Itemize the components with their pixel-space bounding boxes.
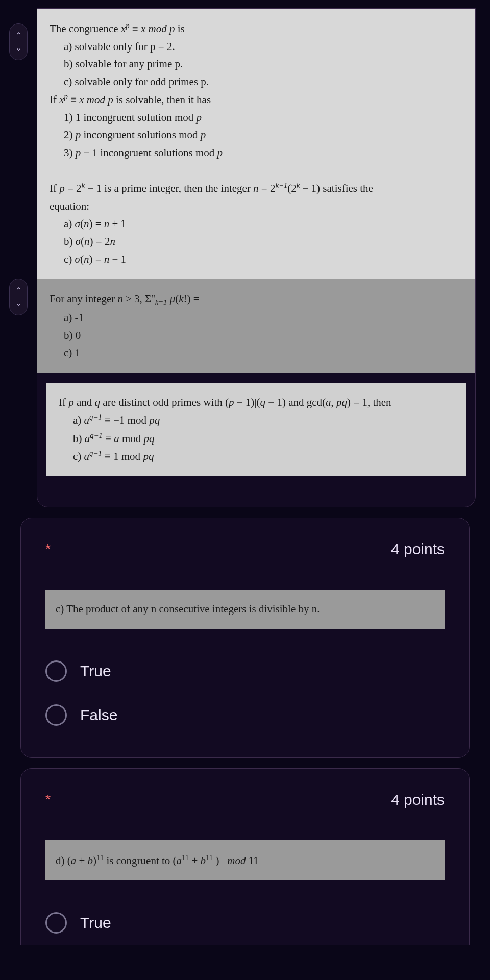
option-false[interactable]: False: [45, 693, 445, 737]
option-true[interactable]: True: [45, 901, 445, 945]
chevron-up-icon: ⌃: [15, 285, 22, 297]
q2-opt-b: b) σ(n) = 2n: [64, 233, 463, 250]
question-card-1: The congruence xp ≡ x mod p is a) solvab…: [37, 8, 476, 507]
chevron-down-icon: ⌄: [15, 42, 22, 54]
radio-icon: [45, 704, 67, 726]
q4-opt-a: a) aq−1 ≡ −1 mod pq: [73, 411, 454, 429]
question-card-2: * 4 points c) The product of any n conse…: [20, 518, 470, 758]
scroll-tab-2[interactable]: ⌃ ⌄: [9, 279, 28, 315]
option-true[interactable]: True: [45, 649, 445, 693]
q1-opt-a: a) solvable only for p = 2.: [64, 38, 463, 55]
statement-block-c: c) The product of any n consecutive inte…: [45, 590, 445, 629]
question-block-1: The congruence xp ≡ x mod p is a) solvab…: [37, 9, 475, 279]
q3-line1: For any integer n ≥ 3, Σnk=1 μ(k!) =: [50, 290, 468, 308]
q1-opt-3: 3) p − 1 incongruent solutions mod p: [64, 144, 463, 161]
question-block-4: If p and q are distinct odd primes with …: [46, 383, 466, 476]
required-star: *: [45, 541, 51, 557]
required-star: *: [45, 792, 51, 807]
q3-opt-a: a) -1: [64, 309, 468, 326]
option-label-true: True: [80, 663, 111, 680]
q2-line1: If p = 2k − 1 is a prime integer, then t…: [50, 180, 463, 197]
q2-opt-a: a) σ(n) = n + 1: [64, 215, 463, 232]
points-label: 4 points: [391, 541, 445, 558]
radio-icon: [45, 912, 67, 934]
q4-opt-b: b) aq−1 ≡ a mod pq: [73, 430, 454, 447]
q1-line1: The congruence xp ≡ x mod p is: [50, 20, 463, 37]
radio-icon: [45, 660, 67, 682]
q3-opt-c: c) 1: [64, 345, 468, 361]
question-block-3: For any integer n ≥ 3, Σnk=1 μ(k!) = a) …: [37, 279, 476, 373]
q2-line2: equation:: [50, 198, 463, 215]
points-label: 4 points: [391, 791, 445, 808]
q1-opt-c: c) solvable only for odd primes p.: [64, 74, 463, 90]
q1-opt-b: b) solvable for any prime p.: [64, 56, 463, 72]
option-label-true: True: [80, 914, 111, 932]
q4-line1: If p and q are distinct odd primes with …: [59, 394, 454, 411]
q1-line2: If xp ≡ x mod p is solvable, then it has: [50, 91, 463, 108]
chevron-up-icon: ⌃: [15, 30, 22, 42]
option-label-false: False: [80, 706, 117, 724]
q3-opt-b: b) 0: [64, 327, 468, 344]
q4-opt-c: c) aq−1 ≡ 1 mod pq: [73, 448, 454, 465]
q1-opt-1: 1) 1 incongruent solution mod p: [64, 109, 463, 126]
scroll-tab-1[interactable]: ⌃ ⌄: [9, 23, 28, 60]
chevron-down-icon: ⌄: [15, 297, 22, 309]
q1-opt-2: 2) p incongruent solutions mod p: [64, 127, 463, 143]
question-card-3: * 4 points d) (a + b)11 is congruent to …: [20, 768, 470, 945]
statement-block-d: d) (a + b)11 is congruent to (a11 + b11 …: [45, 840, 445, 880]
q2-opt-c: c) σ(n) = n − 1: [64, 251, 463, 268]
